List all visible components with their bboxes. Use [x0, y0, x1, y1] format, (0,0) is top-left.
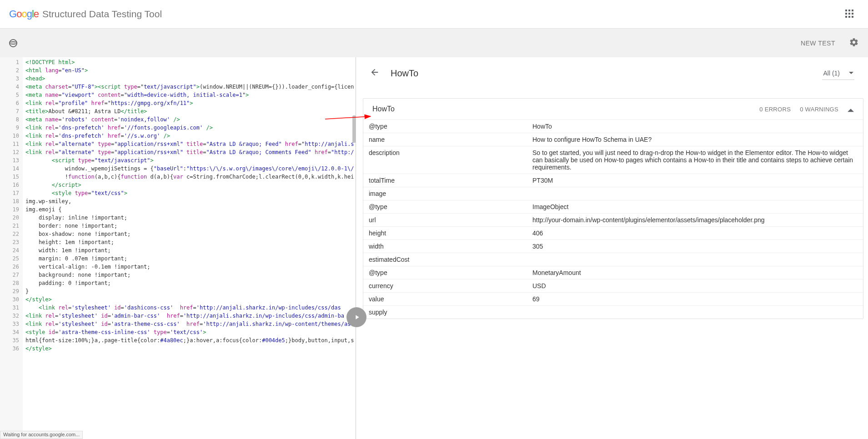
result-type-title: HowTo [391, 68, 418, 79]
table-row[interactable]: @typeImageObject [363, 200, 863, 214]
toolbar: NEW TEST [0, 29, 868, 57]
globe-icon[interactable] [9, 39, 17, 47]
filter-label: All (1) [823, 70, 840, 77]
table-row[interactable]: value69 [363, 293, 863, 306]
card-title: HowTo [372, 105, 395, 113]
google-logo[interactable]: Google [9, 8, 39, 20]
table-row[interactable]: width305 [363, 240, 863, 253]
property-key: @type [363, 266, 527, 279]
property-value: So to get started, you will just need to… [527, 146, 863, 174]
line-gutter: 1234567891011121314151617181920212223242… [0, 57, 23, 439]
property-key: image [363, 187, 527, 200]
property-value: 305 [527, 240, 863, 253]
table-row[interactable]: @typeHowTo [363, 120, 863, 133]
tool-title: Structured Data Testing Tool [42, 9, 162, 20]
property-key: name [363, 133, 527, 146]
browser-status-bar: Waiting for accounts.google.com... [0, 431, 83, 439]
table-row[interactable]: totalTimePT30M [363, 174, 863, 187]
property-key: value [363, 293, 527, 306]
table-row[interactable]: @typeMonetaryAmount [363, 266, 863, 279]
property-value: MonetaryAmount [527, 266, 863, 279]
settings-icon[interactable] [835, 37, 859, 49]
property-key: supply [363, 306, 527, 319]
property-key: @type [363, 120, 527, 133]
table-row[interactable]: nameHow to configure HowTo Schema in UAE… [363, 133, 863, 146]
result-card: HowTo 0 ERRORS 0 WARNINGS @typeHowToname… [363, 98, 863, 319]
chevron-down-icon [849, 71, 853, 75]
property-value: How to configure HowTo Schema in UAE? [527, 133, 863, 146]
table-row[interactable]: currencyUSD [363, 279, 863, 293]
chevron-up-icon [848, 105, 854, 113]
property-value: USD [527, 279, 863, 293]
property-key: url [363, 214, 527, 227]
property-key: currency [363, 279, 527, 293]
property-key: @type [363, 200, 527, 214]
filter-dropdown[interactable]: All (1) [822, 67, 854, 80]
error-count: 0 ERRORS [759, 106, 791, 113]
back-arrow-icon[interactable] [370, 67, 380, 79]
table-row[interactable]: image [363, 187, 863, 200]
results-header: HowTo All (1) [356, 57, 868, 89]
run-test-button[interactable] [346, 307, 366, 327]
property-value: ImageObject [527, 200, 863, 214]
header-bar: Google Structured Data Testing Tool [0, 0, 868, 29]
logo-area: Google Structured Data Testing Tool [9, 8, 162, 20]
scrollbar-thumb[interactable] [352, 115, 356, 143]
code-editor[interactable]: <!DOCTYPE html><html lang="en-US"><head>… [23, 57, 356, 439]
card-header[interactable]: HowTo 0 ERRORS 0 WARNINGS [363, 99, 863, 120]
table-row[interactable]: descriptionSo to get started, you will j… [363, 146, 863, 174]
property-value: PT30M [527, 174, 863, 187]
property-key: estimatedCost [363, 253, 527, 266]
property-value: 406 [527, 227, 863, 240]
property-key: height [363, 227, 527, 240]
property-value [527, 253, 863, 266]
apps-icon[interactable] [845, 10, 854, 19]
property-value: http://your-domain.in/wp-content/plugins… [527, 214, 863, 227]
table-row[interactable]: urlhttp://your-domain.in/wp-content/plug… [363, 214, 863, 227]
code-pane[interactable]: 1234567891011121314151617181920212223242… [0, 57, 356, 439]
property-value: 69 [527, 293, 863, 306]
property-key: totalTime [363, 174, 527, 187]
property-key: description [363, 146, 527, 174]
table-row[interactable]: height406 [363, 227, 863, 240]
results-pane: HowTo All (1) HowTo 0 ERRORS 0 WARNINGS … [356, 57, 868, 439]
table-row[interactable]: estimatedCost [363, 253, 863, 266]
property-key: width [363, 240, 527, 253]
new-test-button[interactable]: NEW TEST [801, 40, 835, 47]
properties-table: @typeHowTonameHow to configure HowTo Sch… [363, 120, 863, 319]
warning-count: 0 WARNINGS [800, 106, 838, 113]
property-value [527, 306, 863, 319]
table-row[interactable]: supply [363, 306, 863, 319]
property-value: HowTo [527, 120, 863, 133]
property-value [527, 187, 863, 200]
